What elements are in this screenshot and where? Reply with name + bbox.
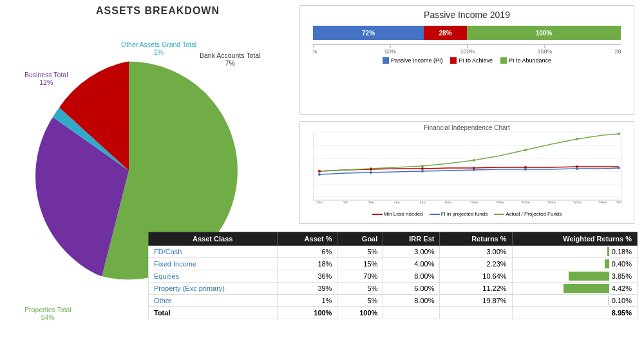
svg-point-31 [370, 171, 372, 174]
svg-text:2%: 2% [316, 201, 323, 203]
pie-label-properties: Properties Total 54% [24, 306, 71, 321]
fi-chart-svg: 2% 28' 3% 4% 4% 5% 10% 15% 20% 25% 30% 3… [313, 133, 622, 203]
fi-legend: Min Loss needed FI in projected funds Ac… [300, 210, 634, 218]
weighted-bar-4 [609, 296, 609, 305]
td-returns-2: 10.64% [440, 270, 512, 283]
svg-text:35%: 35% [598, 201, 607, 203]
passive-income-box: Passive Income 2019 72% 28% 100% [299, 5, 634, 115]
td-asset-3: 39% [277, 283, 337, 295]
svg-text:30%: 30% [573, 201, 582, 203]
td-irr-2: 8.00% [383, 270, 440, 283]
td-goal-3: 5% [337, 283, 383, 295]
td-class-3: Property (Exc primary) [149, 283, 278, 295]
pi-bar-row: 72% 28% 100% [313, 25, 621, 41]
td-goal-0: 5% [337, 246, 383, 258]
td-asset-4: 1% [277, 295, 337, 307]
svg-text:5%: 5% [445, 201, 451, 203]
pi-legend-color-achieve [450, 57, 457, 64]
svg-point-33 [473, 169, 475, 171]
td-asset-0: 6% [277, 246, 337, 258]
td-weighted-1: 0.40% [512, 258, 637, 270]
th-irr: IRR Est [383, 232, 440, 246]
footer-irr [383, 307, 440, 319]
svg-text:4%: 4% [419, 201, 426, 203]
td-weighted-4: 0.10% [512, 295, 637, 307]
svg-point-25 [370, 168, 372, 171]
svg-point-26 [421, 167, 424, 170]
pi-title: Passive Income 2019 [300, 6, 634, 23]
svg-point-34 [524, 168, 527, 171]
pi-legend-abundance: PI to Abundance [500, 57, 551, 64]
svg-text:25%: 25% [547, 201, 556, 203]
svg-point-19 [421, 165, 424, 167]
weighted-bar-2 [569, 272, 609, 281]
svg-text:100%: 100% [460, 48, 475, 53]
fi-legend-projected: FI in projected funds [430, 211, 488, 217]
td-weighted-3: 4.42% [512, 283, 637, 295]
weighted-value-0: 0.18% [612, 248, 632, 256]
svg-text:3%: 3% [368, 201, 374, 203]
fi-legend-actual: Actual / Projected Funds [494, 211, 562, 217]
svg-point-24 [318, 170, 321, 172]
footer-weighted: 8.95% [512, 307, 637, 319]
pi-legend-passive: Passive Income (PI) [383, 57, 443, 64]
pi-legend-color-abundance [500, 57, 507, 64]
pi-bar-passive: 72% [313, 26, 424, 40]
td-irr-3: 6.00% [383, 283, 440, 295]
td-returns-1: 2.23% [440, 258, 512, 270]
pie-label-other: Other Assets Grand Total 1% [121, 41, 196, 56]
svg-point-35 [576, 167, 578, 170]
weighted-value-3: 4.42% [612, 284, 632, 292]
table-footer: Total 100% 100% 8.95% [149, 307, 638, 319]
svg-point-36 [618, 167, 620, 169]
main-container: ASSETS BREAKDOWN O [0, 0, 644, 354]
th-asset-pct: Asset % [277, 232, 337, 246]
td-goal-4: 5% [337, 295, 383, 307]
svg-text:200%: 200% [614, 48, 621, 53]
svg-text:28': 28' [342, 201, 348, 203]
fi-chart-title: Financial Independence Chart [300, 122, 634, 133]
pie-label-business: Business Total 12% [24, 71, 68, 86]
svg-text:4%: 4% [393, 201, 400, 203]
th-goal: Goal [337, 232, 383, 246]
td-returns-0: 3.00% [440, 246, 512, 258]
td-irr-1: 4.00% [383, 258, 440, 270]
th-asset-class: Asset Class [149, 232, 278, 246]
pi-chart-area: 72% 28% 100% 0% 50% [300, 23, 634, 56]
footer-goal: 100% [337, 307, 383, 319]
footer-label: Total [149, 307, 278, 319]
svg-text:20%: 20% [521, 201, 530, 203]
table-row: Equities 36% 70% 8.00% 10.64% 3.85% [149, 270, 638, 283]
td-class-0: FD/Cash [149, 246, 278, 258]
pi-legend-achieve: PI to Achieve [450, 57, 493, 64]
fi-legend-color-red [372, 214, 383, 215]
td-irr-4: 8.00% [383, 295, 440, 307]
table-area: Asset Class Asset % Goal IRR Est Returns… [148, 232, 638, 319]
pie-label-bank: Bank Accounts Total 7% [200, 51, 260, 67]
pi-bar-abundance: 100% [467, 26, 621, 40]
pi-axis-svg: 0% 50% 100% 150% 200% [313, 43, 621, 53]
pi-legend: Passive Income (PI) PI to Achieve PI to … [300, 56, 634, 65]
footer-returns [440, 307, 512, 319]
fi-chart-inner: 2% 28' 3% 4% 4% 5% 10% 15% 20% 25% 30% 3… [313, 133, 621, 210]
svg-text:0%: 0% [313, 48, 317, 53]
fi-legend-min: Min Loss needed [372, 211, 423, 217]
asset-table: Asset Class Asset % Goal IRR Est Returns… [148, 232, 638, 319]
td-returns-3: 11.22% [440, 283, 512, 295]
svg-point-23 [618, 133, 620, 135]
table-row: Property (Exc primary) 39% 5% 6.00% 11.2… [149, 283, 638, 295]
fi-legend-color-blue [430, 214, 440, 215]
chart-title: ASSETS BREAKDOWN [19, 5, 296, 17]
weighted-bar-0 [607, 247, 609, 256]
svg-text:50%: 50% [384, 48, 396, 53]
svg-text:'30: '30 [616, 201, 621, 203]
weighted-bar-3 [564, 284, 609, 293]
table-footer-row: Total 100% 100% 8.95% [149, 307, 638, 319]
td-class-1: Fixed Income [149, 258, 278, 270]
td-weighted-0: 0.18% [512, 246, 637, 258]
th-weighted: Weighted Returns % [512, 232, 637, 246]
table-header-row: Asset Class Asset % Goal IRR Est Returns… [149, 232, 638, 246]
weighted-bar-1 [605, 259, 609, 268]
svg-text:15%: 15% [495, 201, 504, 203]
svg-point-32 [421, 170, 424, 172]
